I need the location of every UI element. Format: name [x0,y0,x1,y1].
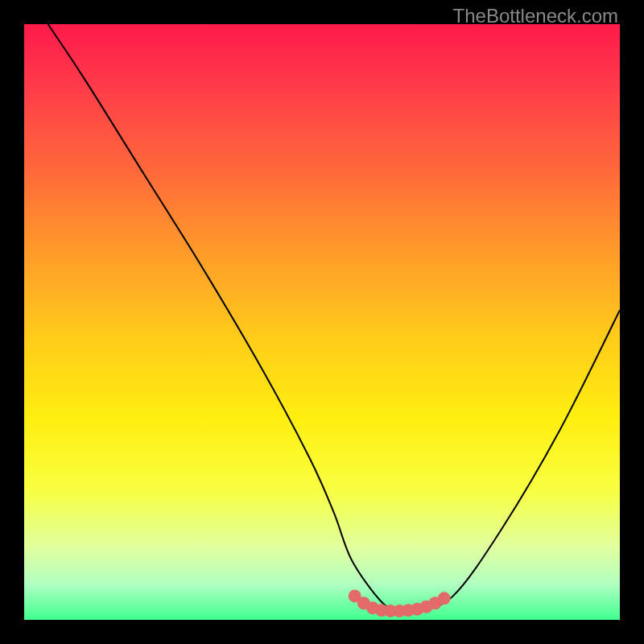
plot-area [24,24,620,620]
watermark-text: TheBottleneck.com [453,5,618,27]
chart-container: TheBottleneck.com [0,0,644,644]
sweet-spot-dots [349,589,451,617]
sweet-spot-dot [438,592,451,605]
highlight-layer [24,24,620,620]
